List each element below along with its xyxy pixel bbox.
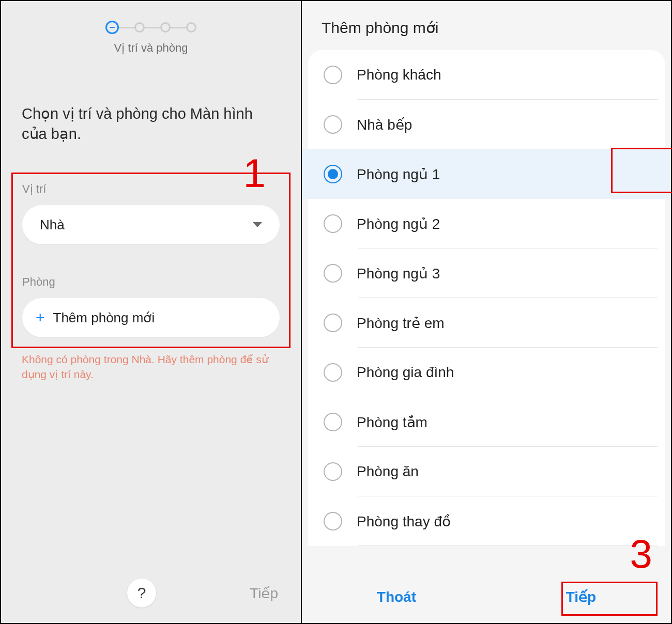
radio-icon: [324, 115, 342, 134]
location-select[interactable]: Nhà: [22, 205, 280, 244]
stepper: [1, 21, 301, 34]
room-option[interactable]: Phòng trẻ em: [308, 298, 665, 348]
radio-icon: [324, 214, 342, 233]
room-option-label: Phòng tắm: [357, 414, 427, 431]
location-room-screen: Vị trí và phòng Chọn vị trí và phòng cho…: [1, 1, 302, 623]
room-option[interactable]: Phòng tắm: [308, 397, 665, 447]
room-section-label: Phòng: [22, 275, 280, 289]
annotation-box-1: Vị trí Nhà Phòng + Thêm phòng mới: [11, 173, 291, 348]
location-value: Nhà: [40, 217, 65, 233]
add-room-button[interactable]: + Thêm phòng mới: [22, 298, 280, 337]
stepper-line: [119, 27, 134, 28]
help-button[interactable]: ?: [127, 579, 156, 607]
instruction-text: Chọn vị trí và phòng cho Màn hình của bạ…: [22, 104, 280, 144]
stepper-step-4-icon: [186, 22, 196, 33]
room-option[interactable]: Phòng khách: [308, 50, 665, 100]
room-option[interactable]: Phòng ngủ 1: [302, 149, 671, 199]
cancel-button[interactable]: Thoát: [365, 585, 427, 610]
plus-icon: +: [36, 310, 45, 325]
radio-icon: [324, 314, 342, 332]
room-option-label: Phòng ăn: [357, 463, 419, 480]
room-option[interactable]: Phòng gia đình: [308, 348, 665, 397]
room-option[interactable]: Nhà bếp: [308, 100, 665, 149]
room-option-label: Phòng ngủ 1: [357, 166, 440, 183]
radio-icon: [324, 165, 342, 183]
room-list: Phòng kháchNhà bếpPhòng ngủ 1Phòng ngủ 2…: [302, 50, 671, 573]
room-option-label: Phòng ngủ 2: [357, 215, 440, 232]
room-option[interactable]: Phòng ăn: [308, 447, 665, 496]
stepper-label: Vị trí và phòng: [1, 41, 301, 55]
footer: Thoát Tiếp: [302, 573, 671, 623]
radio-icon: [324, 462, 342, 481]
room-option-label: Phòng gia đình: [357, 364, 454, 381]
add-room-title: Thêm phòng mới: [302, 1, 671, 50]
divider: [358, 545, 658, 546]
radio-icon: [324, 413, 342, 431]
radio-icon: [324, 512, 342, 531]
room-option-label: Phòng khách: [357, 67, 441, 83]
room-option[interactable]: Phòng thay đồ: [308, 496, 665, 546]
radio-icon: [324, 264, 342, 283]
next-button[interactable]: Tiếp: [555, 584, 607, 610]
room-option-label: Phòng trẻ em: [357, 315, 445, 332]
stepper-line: [171, 27, 186, 28]
error-message: Không có phòng trong Nhà. Hãy thêm phòng…: [22, 352, 280, 382]
next-button-disabled[interactable]: Tiếp: [250, 585, 278, 602]
stepper-step-2-icon: [134, 22, 145, 33]
room-option-label: Phòng ngủ 3: [357, 265, 440, 282]
location-section-label: Vị trí: [22, 182, 280, 196]
room-option-label: Phòng thay đồ: [357, 513, 451, 530]
stepper-step-3-icon: [160, 22, 171, 33]
add-room-screen: Thêm phòng mới Phòng kháchNhà bếpPhòng n…: [302, 1, 671, 623]
room-option[interactable]: Phòng ngủ 3: [308, 248, 665, 298]
stepper-line: [145, 27, 160, 28]
radio-icon: [324, 363, 342, 382]
add-room-label: Thêm phòng mới: [53, 310, 155, 326]
room-option[interactable]: Phòng ngủ 2: [308, 199, 665, 248]
stepper-step-1-icon: [105, 21, 119, 34]
room-option-label: Nhà bếp: [357, 116, 412, 133]
radio-icon: [324, 66, 342, 84]
chevron-down-icon: [253, 222, 262, 227]
